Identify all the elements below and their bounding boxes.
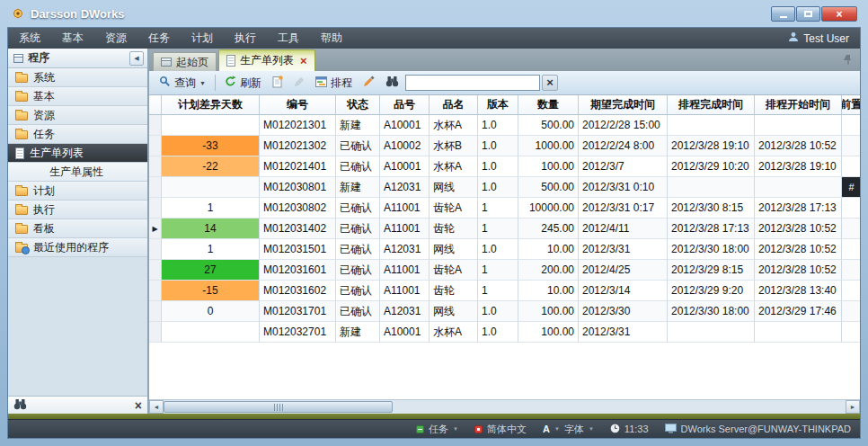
binoculars-icon[interactable] <box>13 398 27 413</box>
cell-status: 已确认 <box>336 281 380 301</box>
scrollbar-thumb[interactable] <box>164 401 393 413</box>
user-area[interactable]: Test User <box>788 31 860 45</box>
cell-diff-days: 0 <box>162 301 260 322</box>
scroll-left-arrow[interactable]: ◄ <box>149 400 164 414</box>
sidebar-item-7[interactable]: 执行 <box>8 201 147 219</box>
statusbar-server: DWorks Server@FUNWAY-THINKPAD <box>665 424 851 435</box>
sidebar-item-1[interactable]: 基本 <box>8 87 147 106</box>
menu-item-6[interactable]: 工具 <box>267 28 310 49</box>
table-row[interactable]: -22M012021401已确认A10001水杯A1.0100.002012/3… <box>149 156 860 177</box>
column-header-7[interactable]: 期望完成时间 <box>579 95 668 115</box>
main-area: 起始页生产单列表× <box>149 49 860 414</box>
sidebar-item-label: 计划 <box>33 183 55 199</box>
column-header-partial[interactable]: 前置 <box>842 95 860 115</box>
column-header-9[interactable]: 排程开始时间 <box>755 95 842 115</box>
pin-icon[interactable] <box>844 54 853 67</box>
clear-search-button[interactable]: × <box>542 75 558 91</box>
sidebar-item-2[interactable]: 资源 <box>8 106 147 125</box>
brush-button[interactable] <box>359 73 379 93</box>
scroll-right-arrow[interactable]: ► <box>846 400 860 414</box>
cell-diff-days <box>162 322 260 343</box>
column-header-3[interactable]: 品号 <box>380 95 430 115</box>
cell-sched_finish <box>668 322 755 343</box>
column-header-8[interactable]: 排程完成时间 <box>668 95 755 115</box>
cell-item_no: A11001 <box>380 260 430 281</box>
window-title: Darsson DWorks <box>31 7 125 21</box>
find-button[interactable] <box>381 73 403 93</box>
cell-no: M012031602 <box>260 281 336 301</box>
column-header-6[interactable]: 数量 <box>518 95 579 115</box>
table-row[interactable]: 27M012031601已确认A11001齿轮A1200.002012/4/25… <box>149 260 860 281</box>
cell-item_no: A12031 <box>380 239 430 260</box>
tab-label: 生产单列表 <box>240 53 294 68</box>
table-row[interactable]: 0M012031701已确认A12031网线1.0100.002012/3/30… <box>149 301 860 322</box>
cell-diff-days <box>162 115 260 136</box>
menu-item-2[interactable]: 资源 <box>94 28 137 49</box>
table-row[interactable]: 1M012030802已确认A11001齿轮A110000.002012/3/3… <box>149 198 860 219</box>
menu-item-7[interactable]: 帮助 <box>310 28 353 49</box>
statusbar-task[interactable]: 任务 ▼ <box>416 423 458 436</box>
folder-icon <box>15 225 28 234</box>
menu-item-5[interactable]: 执行 <box>224 28 267 49</box>
new-button[interactable] <box>268 73 288 93</box>
sidebar-item-9[interactable]: 最近使用的程序 <box>8 238 147 257</box>
scrollbar-track[interactable] <box>164 400 846 414</box>
cell-extra <box>842 198 860 219</box>
query-button[interactable]: 查询 ▼ <box>155 73 210 93</box>
column-header-0[interactable]: 计划差异天数 <box>162 95 260 115</box>
column-header-4[interactable]: 品名 <box>430 95 478 115</box>
sidebar-item-5[interactable]: 生产单属性 <box>8 163 147 182</box>
column-header-1[interactable]: 编号 <box>260 95 336 115</box>
menu-item-4[interactable]: 计划 <box>181 28 224 49</box>
tab-close-icon[interactable]: × <box>300 57 307 66</box>
cell-sched_start: 2012/3/28 10:52 <box>755 136 842 156</box>
cell-status: 已确认 <box>336 239 380 260</box>
minimize-icon <box>780 16 787 18</box>
table-row[interactable]: -15M012031602已确认A11001齿轮110.002012/3/142… <box>149 281 860 301</box>
app-gear-icon <box>11 6 25 21</box>
statusbar-language[interactable]: 简体中文 <box>474 423 527 436</box>
sidebar-item-0[interactable]: 系统 <box>8 68 147 87</box>
tab-1[interactable]: 生产单列表× <box>218 49 315 71</box>
page-icon <box>226 55 235 67</box>
sidebar-item-8[interactable]: 看板 <box>8 219 147 238</box>
task-icon <box>416 425 424 433</box>
window-controls: × <box>771 6 857 22</box>
table-row[interactable]: ▶14M012031402已确认A11001齿轮1245.002012/4/11… <box>149 219 860 239</box>
sidebar-item-3[interactable]: 任务 <box>8 125 147 144</box>
sidebar-item-6[interactable]: 计划 <box>8 182 147 201</box>
statusbar-font[interactable]: A ▼ 字体 ▼ <box>543 423 594 436</box>
sidebar-collapse-button[interactable]: ◀ <box>129 51 144 66</box>
table-row[interactable]: M012030801新建A12031网线1.0500.002012/3/31 0… <box>149 177 860 198</box>
tab-0[interactable]: 起始页 <box>153 52 217 71</box>
table-row[interactable]: 1M012031501已确认A12031网线1.010.002012/3/312… <box>149 239 860 260</box>
column-header-2[interactable]: 状态 <box>336 95 380 115</box>
cell-sched_start: 2012/3/28 17:13 <box>755 198 842 219</box>
grid-body: M012021301新建A10001水杯A1.0500.002012/2/28 … <box>149 115 860 343</box>
column-header-5[interactable]: 版本 <box>478 95 518 115</box>
row-indicator <box>149 322 162 343</box>
minimize-button[interactable] <box>771 6 795 22</box>
cell-status: 已确认 <box>336 301 380 322</box>
schedule-button[interactable]: 排程 <box>311 73 357 93</box>
table-row[interactable]: M012021301新建A10001水杯A1.0500.002012/2/28 … <box>149 115 860 136</box>
toolbar-search-input[interactable] <box>405 75 540 91</box>
sidebar-clear-icon[interactable]: × <box>135 399 142 412</box>
sidebar-header: 程序 ◀ <box>8 49 147 68</box>
menu-item-0[interactable]: 系统 <box>8 28 51 49</box>
table-row[interactable]: -33M012021302已确认A10002水杯B1.01000.002012/… <box>149 136 860 156</box>
close-button[interactable]: × <box>821 6 857 22</box>
sidebar-item-4[interactable]: 生产单列表 <box>8 144 147 163</box>
refresh-button[interactable]: 刷新 <box>220 73 266 93</box>
table-row[interactable]: M012032701新建A10001水杯A1.0100.002012/3/31 <box>149 322 860 343</box>
maximize-button[interactable] <box>796 6 820 22</box>
menu-item-3[interactable]: 任务 <box>137 28 181 49</box>
refresh-label: 刷新 <box>240 76 261 91</box>
cell-no: M012021401 <box>260 156 336 177</box>
edit-button[interactable] <box>289 73 309 93</box>
menu-item-1[interactable]: 基本 <box>51 28 94 49</box>
sidebar-item-label: 系统 <box>33 70 55 85</box>
server-label: DWorks Server@FUNWAY-THINKPAD <box>681 424 851 434</box>
horizontal-scrollbar[interactable]: ◄ ► <box>149 399 860 414</box>
sidebar-item-label: 基本 <box>33 89 55 104</box>
